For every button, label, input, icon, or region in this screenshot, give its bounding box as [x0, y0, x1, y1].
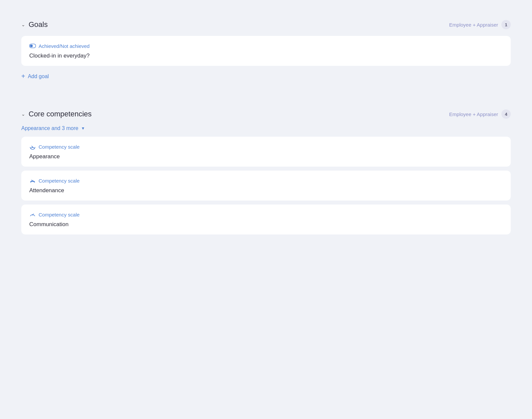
competency-item-text-3: Communication [29, 221, 503, 228]
gauge-icon-1 [29, 143, 36, 150]
goals-section-header: ⌄ Goals Employee + Appraiser 1 [21, 20, 511, 29]
competency-item-attendenance: Competency scale Attendenance [21, 171, 511, 201]
goals-chevron-icon[interactable]: ⌄ [21, 22, 25, 27]
competency-item-text-1: Appearance [29, 153, 503, 160]
core-competencies-section: ⌄ Core competencies Employee + Appraiser… [11, 100, 521, 248]
toggle-icon [29, 43, 36, 49]
add-goal-button[interactable]: + Add goal [21, 70, 49, 83]
svg-point-1 [30, 45, 33, 47]
goal-item-text: Clocked-in in everyday? [29, 53, 503, 59]
svg-line-4 [32, 146, 33, 147]
core-competencies-header: ⌄ Core competencies Employee + Appraiser… [21, 109, 511, 119]
core-competencies-title: Core competencies [29, 110, 92, 118]
dropdown-arrow-icon: ▼ [81, 126, 85, 131]
appearance-filter[interactable]: Appearance and 3 more ▼ [21, 125, 511, 131]
goals-meta-label: Employee + Appraiser [449, 22, 498, 28]
plus-icon: + [21, 72, 25, 80]
competency-item-text-2: Attendenance [29, 187, 503, 194]
goals-title-group: ⌄ Goals [21, 20, 48, 29]
gauge-icon-3 [29, 211, 36, 218]
appearance-filter-label: Appearance and 3 more [21, 125, 78, 131]
competency-type-label-3: Competency scale [29, 211, 503, 218]
core-competencies-chevron-icon[interactable]: ⌄ [21, 111, 25, 117]
core-competencies-meta-label: Employee + Appraiser [449, 111, 498, 117]
goal-type-label: Achieved/Not achieved [29, 43, 503, 49]
goal-item-card: Achieved/Not achieved Clocked-in in ever… [21, 36, 511, 66]
core-competencies-badge: 4 [501, 109, 511, 119]
gauge-icon-2 [29, 177, 36, 184]
competency-type-label-2: Competency scale [29, 177, 503, 184]
goals-section-title: Goals [29, 20, 48, 29]
goals-section-meta: Employee + Appraiser 1 [449, 20, 511, 29]
goals-badge: 1 [501, 20, 511, 29]
goals-section: ⌄ Goals Employee + Appraiser 1 Achieved/… [11, 11, 521, 92]
core-competencies-title-group: ⌄ Core competencies [21, 110, 92, 118]
competency-item-appearance: Competency scale Appearance [21, 137, 511, 167]
competency-type-label-1: Competency scale [29, 143, 503, 150]
core-competencies-meta: Employee + Appraiser 4 [449, 109, 511, 119]
competency-item-communication: Competency scale Communication [21, 205, 511, 234]
